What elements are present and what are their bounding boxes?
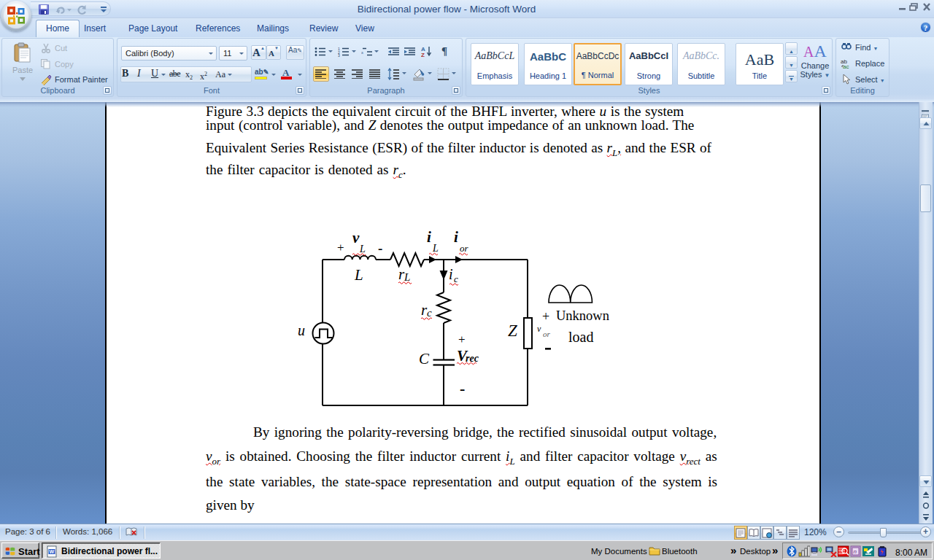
svg-text:+: + xyxy=(542,309,549,324)
svg-text:n: n xyxy=(854,548,857,555)
svg-text:i: i xyxy=(454,228,458,246)
svg-text:W: W xyxy=(50,549,55,554)
svg-text:L: L xyxy=(354,266,363,284)
svg-text:i: i xyxy=(427,228,431,246)
svg-text:C: C xyxy=(419,350,430,368)
svg-text:+: + xyxy=(458,332,466,346)
svg-text:-: - xyxy=(460,379,465,397)
svg-text:c: c xyxy=(427,307,432,319)
svg-text:L: L xyxy=(359,244,366,254)
svg-text:Unknown: Unknown xyxy=(556,308,609,323)
svg-text:v: v xyxy=(537,324,541,334)
svg-text:or: or xyxy=(543,330,551,338)
svg-text:load: load xyxy=(568,329,593,345)
svg-text:or: or xyxy=(460,243,469,254)
svg-text:L: L xyxy=(432,243,439,254)
svg-text:L: L xyxy=(404,271,410,283)
svg-text:ac: ac xyxy=(843,63,849,69)
svg-text:a: a xyxy=(361,50,363,55)
svg-text:v: v xyxy=(352,229,360,246)
svg-text:c: c xyxy=(454,273,458,284)
svg-text:-: - xyxy=(378,241,382,256)
svg-text:+: + xyxy=(337,241,344,254)
svg-text:i: i xyxy=(449,266,453,282)
svg-text:3: 3 xyxy=(338,53,340,57)
svg-text:u: u xyxy=(298,322,305,338)
svg-text:Z: Z xyxy=(421,52,425,58)
svg-text:rec: rec xyxy=(466,353,479,364)
svg-text:Z: Z xyxy=(508,322,517,340)
